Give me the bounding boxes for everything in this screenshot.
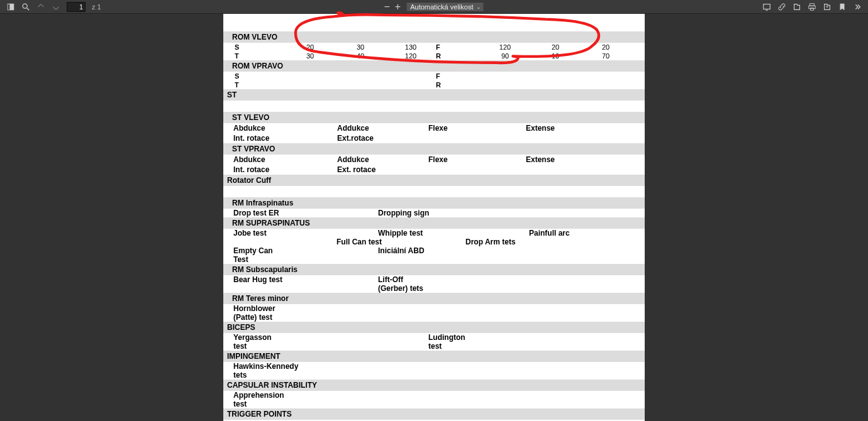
rom-label: S	[235, 43, 285, 52]
rom-vlevo-row1: S 20 30 130 F 120 20 20	[223, 43, 645, 52]
st-vpravo-row2: Int. rotace Ext. rotace	[223, 165, 645, 175]
test-cell: Hornblower (Patte) test	[233, 304, 290, 322]
page-total-label: z 1	[92, 3, 101, 11]
st-cell: Extense	[526, 155, 623, 164]
rom-val: 30	[335, 43, 386, 52]
svg-rect-2	[764, 4, 771, 9]
rom-label: S	[235, 72, 285, 80]
zoom-select[interactable]: Automatická velikost	[406, 2, 484, 12]
rom-vpravo-row1: S F	[223, 72, 645, 80]
st-cell: Extense	[526, 124, 623, 133]
section-capsular: CAPSULAR INSTABILITY	[223, 380, 645, 391]
svg-rect-3	[810, 3, 815, 6]
rom-label: F	[436, 43, 480, 52]
biceps-row: Yergasson test Ludington test	[223, 333, 645, 351]
st-cell: Ext.rotace	[337, 134, 428, 143]
imping-row: Hawkins-Kennedy tets	[223, 362, 645, 380]
st-cell: Abdukce	[233, 155, 337, 164]
test-cell: Hawkins-Kennedy tets	[233, 362, 309, 380]
svg-line-1	[27, 8, 30, 10]
zoom-in-button[interactable]: +	[395, 2, 401, 12]
test-cell: Ludington test	[428, 333, 476, 351]
test-cell: Dropping sign	[378, 209, 498, 217]
section-rom-vpravo: ROM VPRAVO	[223, 60, 645, 72]
section-rm-subsc: RM Subscapularis	[223, 264, 645, 275]
prev-page-icon[interactable]	[36, 3, 45, 11]
rom-val: 10	[530, 52, 581, 60]
st-vlevo-row2: Int. rotace Ext.rotace	[223, 133, 645, 143]
more-icon[interactable]	[853, 3, 862, 11]
test-cell: Yergasson test	[233, 333, 281, 351]
st-vpravo-row1: Abdukce Addukce Flexe Extense	[223, 155, 645, 165]
st-cell: Abdukce	[233, 124, 337, 133]
rom-val: 120	[480, 43, 530, 52]
section-st-vpravo: ST VPRAVO	[223, 143, 645, 155]
page-number-input[interactable]	[67, 2, 86, 12]
test-cell: Drop Arm tets	[440, 238, 582, 246]
rom-val: 120	[386, 52, 436, 60]
rom-label: T	[235, 52, 285, 60]
rm-infra-row: Drop test ER Dropping sign	[223, 209, 645, 217]
section-rotator-cuff: Rotator Cuff	[223, 175, 645, 186]
test-cell: Drop test ER	[233, 209, 378, 217]
st-cell: Flexe	[428, 155, 526, 164]
section-rm-infra: RM Infraspinatus	[223, 197, 645, 209]
test-cell: Apprehension test	[233, 391, 296, 408]
st-cell: Addukce	[337, 124, 428, 133]
rm-supra-row3: Empty Can Test Iniciální ABD	[223, 246, 645, 264]
capsular-row: Apprehension test	[223, 391, 645, 408]
presentation-icon[interactable]	[762, 3, 771, 11]
section-impingement: IMPINGEMENT	[223, 351, 645, 362]
download-icon[interactable]	[823, 3, 832, 11]
print-icon[interactable]	[808, 3, 816, 11]
rom-val: 30	[285, 52, 335, 60]
sidebar-toggle-icon[interactable]	[6, 3, 15, 11]
rom-label: T	[235, 80, 285, 89]
bookmark-icon[interactable]	[838, 3, 847, 11]
rom-val: 130	[386, 43, 436, 52]
test-cell: Empty Can Test	[233, 246, 284, 264]
svg-point-0	[23, 4, 27, 8]
st-cell: Int. rotace	[233, 165, 337, 174]
test-cell: Iniciální ABD	[378, 246, 498, 264]
toolbar: z 1 − + Automatická velikost ⌄	[0, 0, 868, 14]
section-trigger: TRIGGER POINTS	[223, 408, 645, 420]
test-cell: Painfull arc	[498, 229, 611, 238]
rom-val: 40	[335, 52, 386, 60]
st-cell: Ext. rotace	[337, 165, 428, 174]
search-icon[interactable]	[21, 3, 30, 11]
test-cell: Bear Hug test	[233, 275, 378, 293]
st-vlevo-row1: Abdukce Addukce Flexe Extense	[223, 123, 645, 133]
test-cell: Whipple test	[378, 229, 498, 238]
link-icon[interactable]	[777, 3, 786, 11]
rm-subsc-row: Bear Hug test Lift-Off (Gerber) tets	[223, 275, 645, 293]
test-cell: Full Can test	[337, 238, 440, 246]
section-st-vlevo: ST VLEVO	[223, 112, 645, 123]
section-biceps: BICEPS	[223, 322, 645, 333]
rom-val: 70	[581, 52, 631, 60]
st-cell: Addukce	[337, 155, 428, 164]
rom-val: 90	[480, 52, 530, 60]
section-rom-vlevo: ROM VLEVO	[223, 31, 645, 43]
rm-supra-row2: Full Can test Drop Arm tets	[223, 238, 645, 246]
section-rm-supra: RM SUPRASPINATUS	[223, 217, 645, 229]
rom-label: R	[436, 80, 480, 89]
st-cell: Flexe	[428, 124, 526, 133]
rom-val: 20	[285, 43, 335, 52]
rom-val: 20	[581, 43, 631, 52]
rom-label: F	[436, 72, 480, 80]
zoom-out-button[interactable]: −	[384, 2, 390, 12]
section-rm-teres: RM Teres minor	[223, 293, 645, 304]
rom-label: R	[436, 52, 480, 60]
test-cell: Lift-Off (Gerber) tets	[378, 275, 435, 293]
test-cell: Jobe test	[233, 229, 378, 238]
rm-teres-row: Hornblower (Patte) test	[223, 304, 645, 322]
rom-val: 20	[530, 43, 581, 52]
next-page-icon[interactable]	[52, 3, 60, 11]
st-cell: Int. rotace	[233, 134, 337, 143]
rom-vpravo-row2: T R	[223, 80, 645, 89]
pdf-page: ROM VLEVO S 20 30 130 F 120 20 20 T 30 4…	[223, 14, 645, 421]
rom-vlevo-row2: T 30 40 120 R 90 10 70	[223, 52, 645, 60]
section-st: ST	[223, 89, 645, 101]
open-file-icon[interactable]	[793, 3, 801, 11]
